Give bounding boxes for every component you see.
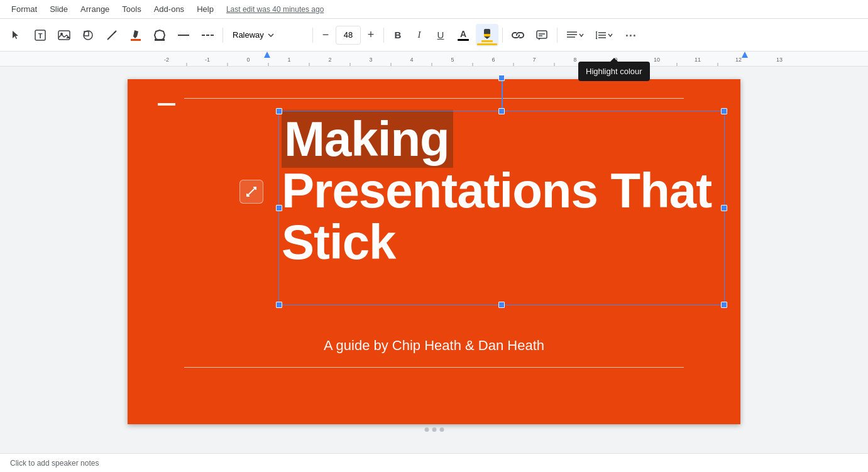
spacing-dropdown-icon <box>608 33 613 37</box>
image-icon <box>58 30 70 41</box>
svg-text:11: 11 <box>695 57 701 63</box>
svg-text:4: 4 <box>410 57 413 63</box>
svg-text:0: 0 <box>246 57 250 63</box>
highlight-pen-icon <box>481 28 493 39</box>
decrease-font-size-button[interactable]: − <box>317 24 334 47</box>
increase-font-size-button[interactable]: + <box>362 24 380 47</box>
dot-3 <box>439 427 444 432</box>
svg-text:9: 9 <box>614 57 617 63</box>
text-color-swatch <box>458 39 469 41</box>
shape-tool-button[interactable] <box>77 24 99 47</box>
svg-rect-17 <box>537 31 547 38</box>
border-style-button[interactable] <box>172 24 195 47</box>
handle-top-right[interactable] <box>721 108 727 114</box>
border-style-icon <box>177 31 190 39</box>
svg-text:7: 7 <box>532 57 536 63</box>
menu-slide[interactable]: Slide <box>45 2 73 16</box>
text-color-label: A <box>460 30 466 38</box>
comment-button[interactable] <box>530 24 553 47</box>
ruler: -2 -1 0 1 2 3 4 5 6 7 8 9 10 11 12 13 <box>0 52 868 67</box>
svg-line-59 <box>247 187 256 196</box>
align-icon <box>566 30 578 40</box>
notes-bar[interactable]: Click to add speaker notes <box>0 453 868 472</box>
divider-2 <box>312 28 313 43</box>
svg-marker-15 <box>484 36 490 39</box>
handle-mid-right[interactable] <box>721 205 727 211</box>
border-dash-button[interactable] <box>196 24 219 47</box>
align-button[interactable] <box>561 24 589 47</box>
cursor-icon <box>11 30 22 41</box>
text-box-selection[interactable] <box>278 111 725 305</box>
svg-text:-2: -2 <box>164 57 169 63</box>
svg-text:3: 3 <box>369 57 372 63</box>
handle-bottom-left[interactable] <box>276 302 282 308</box>
handle-bottom-mid[interactable] <box>498 302 505 308</box>
svg-marker-57 <box>264 52 270 58</box>
svg-text:6: 6 <box>492 57 495 63</box>
svg-text:2: 2 <box>328 57 331 63</box>
svg-marker-58 <box>742 52 748 58</box>
link-icon <box>512 30 524 40</box>
handle-bottom-right[interactable] <box>721 302 727 308</box>
menu-help[interactable]: Help <box>192 2 219 16</box>
more-options-button[interactable]: ⋯ <box>619 24 642 47</box>
slide-bottom-line <box>184 367 684 368</box>
select-tool-button[interactable] <box>5 24 28 47</box>
svg-text:5: 5 <box>451 57 454 63</box>
text-color-button[interactable]: A <box>452 24 475 47</box>
divider-3 <box>383 28 384 43</box>
svg-text:13: 13 <box>776 57 783 63</box>
align-dropdown-icon <box>579 33 584 37</box>
text-edit-icon[interactable] <box>239 180 263 204</box>
image-tool-button[interactable] <box>53 24 75 47</box>
chevron-down-icon <box>268 33 274 37</box>
line-spacing-icon <box>595 30 607 41</box>
menu-bar: Format Slide Arrange Tools Add-ons Help … <box>0 0 868 19</box>
svg-text:8: 8 <box>573 57 576 63</box>
svg-point-4 <box>84 31 92 40</box>
handle-mid-left[interactable] <box>276 205 282 211</box>
font-name: Raleway <box>233 30 264 40</box>
link-button[interactable] <box>507 24 529 47</box>
handle-top-center[interactable] <box>498 75 505 81</box>
divider-4 <box>502 28 503 43</box>
italic-button[interactable]: I <box>409 25 429 45</box>
notes-placeholder: Click to add speaker notes <box>10 459 99 468</box>
dots-indicator <box>424 427 444 432</box>
font-selector[interactable]: Raleway <box>227 27 309 43</box>
highlight-color-swatch <box>481 40 493 42</box>
resize-icon <box>245 185 258 198</box>
slide-top-line <box>184 98 684 99</box>
fill-color-icon <box>129 29 142 41</box>
handle-top-mid[interactable] <box>498 108 505 114</box>
menu-tools[interactable]: Tools <box>117 2 146 16</box>
font-size-controls: − 48 + <box>317 24 380 47</box>
menu-arrange[interactable]: Arrange <box>75 2 114 16</box>
menu-addons[interactable]: Add-ons <box>149 2 189 16</box>
highlight-color-button[interactable] <box>476 24 498 47</box>
fill-color-button[interactable] <box>124 24 147 47</box>
slide-subtitle: A guide by Chip Heath & Dan Heath <box>128 338 740 354</box>
line-spacing-button[interactable] <box>590 24 618 47</box>
svg-text:1: 1 <box>287 57 290 63</box>
font-size-input[interactable]: 48 <box>336 26 361 45</box>
line-icon <box>106 29 118 41</box>
border-color-icon <box>153 29 166 41</box>
slide-canvas[interactable]: Making Presentations That Stick <box>128 79 740 424</box>
slide-decoration-dash <box>158 103 175 106</box>
handle-top-left[interactable] <box>276 108 282 114</box>
svg-rect-9 <box>155 39 165 41</box>
text-icon: T <box>34 29 47 41</box>
svg-text:10: 10 <box>654 57 660 63</box>
text-tool-button[interactable]: T <box>29 24 52 47</box>
svg-text:12: 12 <box>735 57 742 63</box>
border-color-button[interactable] <box>148 24 171 47</box>
bold-button[interactable]: B <box>388 25 408 45</box>
line-tool-button[interactable] <box>101 24 123 47</box>
underline-button[interactable]: U <box>431 25 451 45</box>
shape-icon <box>82 29 94 41</box>
menu-format[interactable]: Format <box>6 2 42 16</box>
main-editing-area: Making Presentations That Stick <box>0 67 868 453</box>
toolbar: T <box>0 19 868 52</box>
dot-2 <box>432 427 436 432</box>
